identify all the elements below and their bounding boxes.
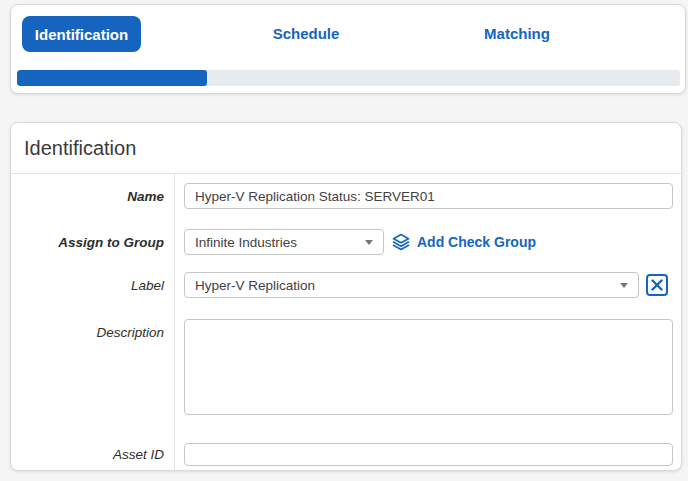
dropdown-arrow-icon bbox=[620, 283, 628, 288]
progress-fill bbox=[17, 70, 207, 86]
label-label: Label bbox=[11, 278, 164, 293]
tab-identification[interactable]: Identification bbox=[22, 16, 141, 52]
tab-schedule[interactable]: Schedule bbox=[251, 23, 361, 45]
name-label: Name bbox=[11, 189, 164, 204]
label-value: Hyper-V Replication bbox=[195, 278, 315, 293]
progress-bar bbox=[17, 70, 680, 86]
label-column-divider bbox=[174, 174, 175, 470]
dropdown-arrow-icon bbox=[365, 240, 373, 245]
label-select[interactable]: Hyper-V Replication bbox=[184, 272, 639, 298]
form-title: Identification bbox=[11, 123, 681, 174]
asset-id-input[interactable] bbox=[184, 443, 673, 466]
description-textarea[interactable] bbox=[184, 319, 673, 415]
tab-matching[interactable]: Matching bbox=[462, 23, 572, 45]
wizard-card: Identification Schedule Matching bbox=[10, 4, 686, 94]
add-check-group-link[interactable]: Add Check Group bbox=[391, 231, 536, 253]
asset-id-label: Asset ID bbox=[11, 447, 164, 462]
assign-to-group-label: Assign to Group bbox=[11, 235, 164, 250]
screen: Identification Schedule Matching Identif… bbox=[0, 0, 688, 481]
identification-form-card: Identification Name Assign to Group Infi… bbox=[10, 122, 682, 471]
assign-to-group-select[interactable]: Infinite Industries bbox=[184, 229, 384, 255]
description-label: Description bbox=[11, 325, 164, 340]
x-icon bbox=[651, 279, 663, 291]
form-body: Name Assign to Group Infinite Industries… bbox=[11, 174, 681, 470]
add-check-group-label: Add Check Group bbox=[417, 234, 536, 250]
clear-label-button[interactable] bbox=[646, 274, 668, 296]
name-input[interactable] bbox=[184, 183, 673, 209]
assign-to-group-value: Infinite Industries bbox=[195, 235, 297, 250]
layers-icon bbox=[391, 232, 411, 252]
